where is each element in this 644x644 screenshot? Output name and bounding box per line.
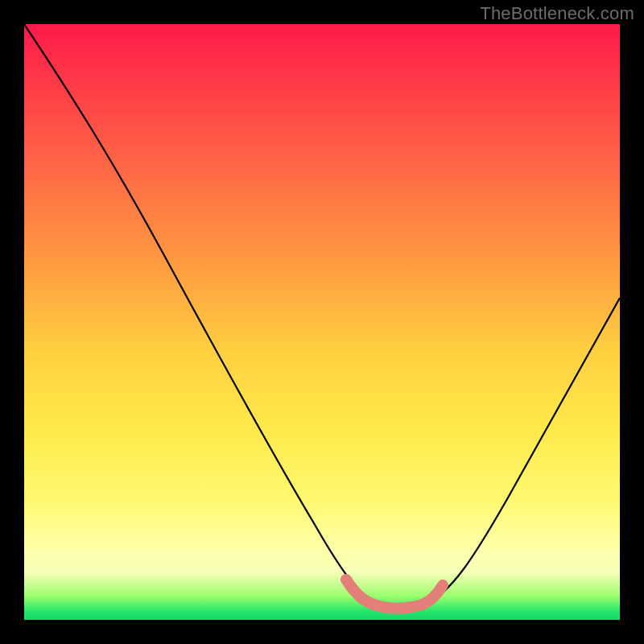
watermark-text: TheBottleneck.com (480, 3, 634, 24)
highlight-speckle (440, 580, 446, 586)
chart-frame: TheBottleneck.com (0, 0, 644, 644)
highlight-band (346, 580, 443, 609)
curve-svg (24, 24, 620, 620)
bottleneck-curve-path (24, 24, 620, 608)
plot-area (24, 24, 620, 620)
